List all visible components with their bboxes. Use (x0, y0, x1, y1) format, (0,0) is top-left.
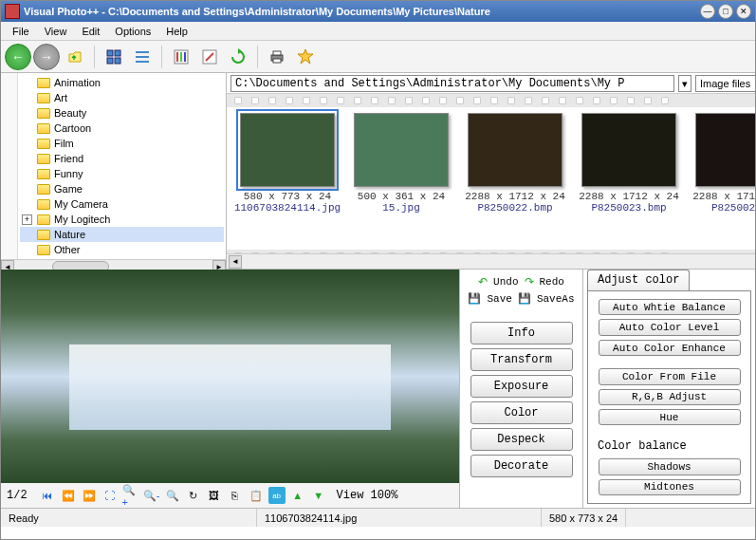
auto-color-enhance-button[interactable]: Auto Color Enhance (599, 340, 741, 356)
nav-forward-button[interactable]: → (33, 44, 60, 70)
prev-button[interactable]: ⏪ (60, 487, 77, 504)
status-filename: 1106703824114.jpg (257, 509, 542, 527)
print-button[interactable] (264, 44, 290, 70)
thumbnail-image[interactable] (354, 113, 449, 187)
hue-button[interactable]: Hue (599, 409, 741, 425)
exposure-button[interactable]: Exposure (470, 375, 573, 398)
up-folder-button[interactable] (62, 44, 88, 70)
thumbnail-dimensions: 2288 x 1712 x 24 (465, 191, 565, 202)
auto-color-level-button[interactable]: Auto Color Level (599, 319, 741, 335)
color-from-file-button[interactable]: Color From File (599, 368, 741, 384)
minimize-button[interactable]: — (700, 4, 715, 19)
zoom-fit-button[interactable]: 🔍 (164, 487, 181, 504)
menu-view[interactable]: View (37, 24, 75, 39)
tree-item[interactable]: Game (20, 181, 224, 196)
menu-file[interactable]: File (5, 24, 37, 39)
fullscreen-button[interactable]: ⛶ (101, 487, 119, 504)
path-dropdown-icon[interactable]: ▾ (678, 75, 691, 92)
path-input[interactable] (230, 75, 674, 92)
folder-icon (37, 123, 50, 134)
thumbnail-image[interactable] (581, 113, 676, 187)
view-list-button[interactable] (129, 44, 156, 70)
tree-item[interactable]: Animation (20, 75, 224, 90)
nav-back-button[interactable]: ← (5, 44, 31, 70)
preview-image[interactable] (1, 270, 459, 483)
rgb-adjust-button[interactable]: R,G,B Adjust (599, 389, 741, 405)
refresh-button[interactable] (225, 44, 251, 70)
shadows-button[interactable]: Shadows (599, 458, 741, 475)
thumbnail-image[interactable] (695, 113, 756, 187)
path-bar: ▾ Image files ▾ (227, 73, 756, 94)
folder-icon (37, 108, 50, 119)
thumbnail-image[interactable] (468, 113, 562, 187)
tree-item[interactable]: Cartoon (20, 121, 224, 136)
transform-button[interactable]: Transform (470, 348, 573, 371)
flip-h-button[interactable]: ▲ (289, 487, 306, 504)
folder-icon (37, 214, 50, 225)
toolbar: ← → (1, 41, 755, 73)
scroll-left-icon[interactable]: ◄ (229, 255, 242, 269)
tree-item[interactable]: Art (20, 90, 224, 105)
thumbnail-image[interactable] (240, 113, 335, 187)
rotate-button[interactable]: ↻ (185, 487, 202, 504)
redo-icon: ↷ (525, 275, 534, 289)
adjust-color-tab[interactable]: Adjust color (587, 270, 690, 290)
info-button[interactable]: Info (470, 322, 573, 344)
adjust-column: Adjust color Auto Whtie Balance Auto Col… (583, 270, 755, 508)
tree-item[interactable]: Film (20, 136, 224, 151)
thumbnail[interactable]: 2288 x 1712 x 24P8250022.bmp (464, 113, 566, 244)
despeck-button[interactable]: Despeck (470, 428, 573, 451)
next-button[interactable]: ⏩ (81, 487, 98, 504)
menu-help[interactable]: Help (158, 24, 195, 39)
save-button[interactable]: Save (487, 293, 511, 305)
undo-button[interactable]: Undo (493, 276, 518, 288)
filmstrip-hscroll[interactable]: ◄ ► (227, 253, 756, 269)
tree-item[interactable]: +My Logitech (20, 212, 224, 227)
thumbnail-dimensions: 580 x 773 x 24 (244, 191, 331, 202)
color-balance-label: Color balance (594, 438, 745, 455)
file-filter-select[interactable]: Image files ▾ (695, 75, 756, 92)
thumbnail[interactable]: 2288 x 1712 x 24P8250025.b (691, 113, 756, 244)
decorate-button[interactable]: Decorate (470, 455, 573, 477)
zoom-in-button[interactable]: 🔍+ (122, 487, 139, 504)
thumbnail[interactable]: 580 x 773 x 241106703824114.jpg (236, 113, 339, 244)
menu-edit[interactable]: Edit (74, 24, 107, 39)
svg-rect-6 (136, 61, 149, 63)
tree-item[interactable]: Beauty (20, 105, 224, 121)
color-button[interactable]: Color (470, 401, 573, 424)
sprocket-bottom (227, 250, 756, 253)
expand-icon[interactable]: + (22, 214, 32, 225)
view-large-icons-button[interactable] (101, 44, 127, 70)
flip-v-button[interactable]: ▼ (310, 487, 327, 504)
midtones-button[interactable]: Midtones (599, 479, 741, 495)
preview-pane: 1/2 ⏮ ⏪ ⏩ ⛶ 🔍+ 🔍- 🔍 ↻ 🖼 ⎘ 📋 ab ▲ ▼ View … (1, 270, 460, 508)
tree-item[interactable]: Funny (20, 166, 224, 181)
folder-tree[interactable]: AnimationArtBeautyCartoonFilmFriendFunny… (1, 73, 227, 259)
edit-button[interactable] (196, 44, 223, 70)
maximize-button[interactable]: □ (718, 4, 733, 19)
copy-button[interactable]: ⎘ (227, 487, 244, 504)
auto-white-balance-button[interactable]: Auto Whtie Balance (599, 299, 741, 315)
tree-item-label: My Logitech (54, 214, 110, 225)
clipboard-button[interactable]: 📋 (248, 487, 265, 504)
preview-toolbar: 1/2 ⏮ ⏪ ⏩ ⛶ 🔍+ 🔍- 🔍 ↻ 🖼 ⎘ 📋 ab ▲ ▼ View … (1, 483, 459, 508)
view-details-button[interactable] (168, 44, 194, 70)
thumbnail[interactable]: 500 x 361 x 2415.jpg (350, 113, 452, 244)
tree-item[interactable]: Friend (20, 151, 224, 166)
first-button[interactable]: ⏮ (39, 487, 56, 504)
saveas-button[interactable]: SaveAs (537, 293, 575, 305)
tree-item[interactable]: Nature (20, 227, 224, 242)
wallpaper-button[interactable]: 🖼 (206, 487, 223, 504)
redo-button[interactable]: Redo (540, 276, 564, 288)
favorite-button[interactable] (292, 44, 319, 70)
close-button[interactable]: ✕ (736, 4, 751, 19)
rename-button[interactable]: ab (268, 487, 286, 504)
menu-options[interactable]: Options (107, 24, 158, 39)
thumbnail[interactable]: 2288 x 1712 x 24P8250023.bmp (578, 113, 680, 244)
thumbnail-dimensions: 2288 x 1712 x 24 (579, 191, 679, 202)
svg-rect-1 (115, 50, 120, 56)
zoom-out-button[interactable]: 🔍- (143, 487, 160, 504)
tree-item-label: Beauty (54, 107, 86, 119)
tree-item[interactable]: Other (20, 242, 224, 257)
tree-item[interactable]: My Camera (20, 196, 224, 212)
